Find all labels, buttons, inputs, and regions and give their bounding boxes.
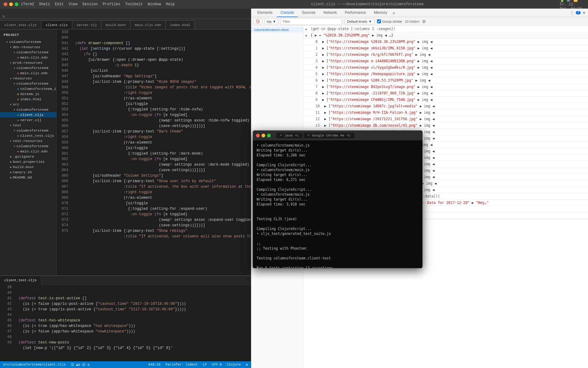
sidebar-item-client[interactable]: columnsforsteem.client: [251, 27, 303, 33]
tree-item-build-boot[interactable]: ◈ build.boot: [0, 164, 56, 170]
file-icon: ◈: [17, 134, 19, 138]
tab-sources[interactable]: Sources: [298, 9, 319, 17]
overlay-min-button[interactable]: [262, 134, 265, 137]
tree-item-root[interactable]: ▾ columnsforsteem: [0, 39, 56, 44]
devtools-close-icon[interactable]: ✕: [582, 11, 586, 15]
console-clear-button[interactable]: 🚫: [254, 18, 262, 24]
console-context-selector[interactable]: top ▼: [265, 19, 278, 24]
status-settings-icon[interactable]: ⚙: [246, 363, 248, 367]
console-expression: (get-in @app-state [:columns 2 :images]): [311, 27, 395, 31]
tree-item-index-html[interactable]: ◈ index.html: [0, 97, 56, 102]
index-label: 4: [315, 65, 318, 70]
tree-item-src-col[interactable]: ▾ columnsforsteem: [0, 107, 56, 112]
overlay-tab-java[interactable]: × java ⌘1: [276, 133, 303, 138]
console-entry-8: 8 ▶ ["https://steemimage -2119707_960_72…: [303, 90, 588, 97]
tab-network[interactable]: Network: [320, 9, 341, 17]
tree-item-res-col[interactable]: ▾ columnsforsteem: [0, 81, 56, 86]
group-similar-input[interactable]: [377, 19, 381, 23]
tree-item-server[interactable]: ◈ server.clj: [0, 117, 56, 123]
console-entry-6: 6 ▶ ["https://steemimage %209.53.37%20PM…: [303, 77, 588, 84]
tree-label: canary.sh: [13, 170, 32, 174]
menu-item-shell[interactable]: Shell: [39, 2, 50, 6]
tree-label: main.cljs.edn: [20, 56, 48, 59]
tree-item-readme[interactable]: ◈ README.md: [0, 175, 56, 180]
tab-client[interactable]: client.cljs: [41, 21, 73, 29]
tree-item-dsteem[interactable]: ◈ dsteem.js: [0, 91, 56, 97]
tree-item-main-edn-dev[interactable]: ◈ main.cljs.edn: [0, 55, 56, 60]
tab-build-boot[interactable]: build.boot: [101, 21, 130, 29]
tree-item-test-resources[interactable]: ▾ test-resources: [0, 138, 56, 144]
tab-client-test[interactable]: client_test.cljs: [0, 21, 41, 29]
devtools-dock-icon[interactable]: ⋮: [570, 10, 574, 15]
tree-label: dev-resources: [13, 45, 40, 49]
tree-item-client-test[interactable]: ◈ client_test.cljs: [0, 133, 56, 138]
status-indent: Parinfer: Indent: [165, 363, 198, 366]
settings-gear-icon[interactable]: ⚙: [422, 19, 426, 24]
overlay-tab-chrome[interactable]: × Google Chrome He ⌘2: [304, 133, 354, 138]
tree-item-prod-resources[interactable]: ▾ prod-resources: [0, 60, 56, 65]
tree-item-src[interactable]: ▾ src: [0, 102, 56, 107]
console-filter-input[interactable]: [281, 18, 342, 25]
menu-item-toolbelt[interactable]: Toolbelt: [125, 2, 143, 6]
tree-label: client_test.cljs: [20, 134, 54, 138]
tree-item-dev-col[interactable]: ▾ columnsforsteem: [0, 50, 56, 55]
tree-item-gitignore[interactable]: ◈ .gitignore: [0, 154, 56, 159]
tree-item-main-edn-test[interactable]: ◈ main.cljs.edn: [0, 149, 56, 154]
tree-label: main.cljs.edn: [20, 149, 48, 153]
tab-main-edn[interactable]: main.cljs.edn: [130, 21, 166, 29]
tree-item-main-edn-prod[interactable]: ◈ main.cljs.edn: [0, 71, 56, 76]
minimize-button[interactable]: [9, 2, 13, 6]
tab-client-test-bottom[interactable]: client_test.cljs: [0, 276, 41, 285]
more-tabs-icon[interactable]: »: [391, 10, 396, 15]
maximize-button[interactable]: [15, 2, 18, 6]
menu-item-profiles[interactable]: Profiles: [103, 2, 120, 6]
tree-item-client[interactable]: ◈ client.cljs: [0, 112, 56, 117]
menu-item-iterm2[interactable]: iTerm2: [21, 2, 34, 6]
tab-elements[interactable]: Elements: [254, 9, 276, 17]
tab-memory[interactable]: Memory: [370, 9, 391, 17]
tree-item-test-col[interactable]: ▾ columnsforsteem: [0, 128, 56, 133]
overlay-close-button[interactable]: [256, 134, 260, 137]
tree-item-prod-col[interactable]: ▾ columnsforsteem: [0, 65, 56, 71]
tree-label: columnsforsteem: [17, 144, 48, 148]
bottom-content[interactable]: 39 40 41 42 43 44 45 46 47 48 49 (deftes…: [0, 285, 251, 361]
tree-label: README.md: [13, 175, 32, 179]
entry-value: ▶ ["https://steemimage -2119707_960_720.…: [322, 91, 432, 95]
tab-index-html[interactable]: index.html: [166, 21, 195, 29]
tree-item-canary[interactable]: ◈ canary.sh: [0, 170, 56, 175]
tab-console[interactable]: Console: [277, 9, 298, 17]
tree-item-dev-resources[interactable]: ▾ dev-resources: [0, 44, 56, 50]
tab-server[interactable]: server.clj: [72, 21, 101, 29]
tree-item-png[interactable]: ◈ columnsforsteem_196.png: [0, 86, 56, 91]
tree-item-resources[interactable]: ▾ resources: [0, 76, 56, 81]
tab-performance[interactable]: Performance: [341, 9, 370, 17]
tree-item-testr-col[interactable]: ▾ columnsforsteem: [0, 144, 56, 149]
tab-shortcut: ⌘2: [347, 134, 350, 137]
mac-traffic-lights[interactable]: [4, 2, 18, 6]
menu-item-help[interactable]: Help: [166, 2, 175, 6]
group-similar-checkbox[interactable]: Group similar: [377, 19, 402, 23]
tab-close-icon[interactable]: ×: [307, 133, 310, 138]
code-editor[interactable]: 839 840 841 842 843 844 845 846 847 848 …: [57, 29, 251, 275]
tree-item-boot-properties[interactable]: ◈ boot.properties: [0, 159, 56, 164]
reload-icon[interactable]: ↻: [0, 13, 7, 19]
default-levels-button[interactable]: Default levels ▼: [344, 19, 375, 24]
editor-wrapper: client_test.cljs client.cljs server.clj …: [0, 19, 251, 361]
menu-item-view[interactable]: View: [69, 2, 77, 6]
menu-item-edit[interactable]: Edit: [55, 2, 64, 6]
tab-close-icon[interactable]: ×: [280, 133, 282, 138]
index-label: 11: [315, 110, 320, 115]
code-content: (defn drawer-component [] (let [settings…: [71, 29, 251, 275]
tree-item-test[interactable]: ▾ test: [0, 123, 56, 128]
menu-item-session[interactable]: Session: [82, 2, 98, 6]
chevron-down-icon: ▾: [6, 40, 8, 44]
menu-item-window[interactable]: Window: [148, 2, 161, 6]
overlay-max-button[interactable]: [267, 134, 271, 137]
overlay-traffic-lights[interactable]: [256, 134, 271, 137]
close-button[interactable]: [4, 2, 7, 6]
index-label: 3: [315, 59, 318, 63]
window-title: client.cljs — ~/development/clojure/colu…: [177, 2, 557, 6]
line-numbers: 839 840 841 842 843 844 845 846 847 848 …: [57, 29, 71, 275]
console-entry-11: 11 ▶ ["https://steemimage M/H-IIA-Falcon…: [303, 109, 588, 116]
iterm-panel: ↻ client_test.cljs client.cljs server.cl…: [0, 9, 251, 368]
